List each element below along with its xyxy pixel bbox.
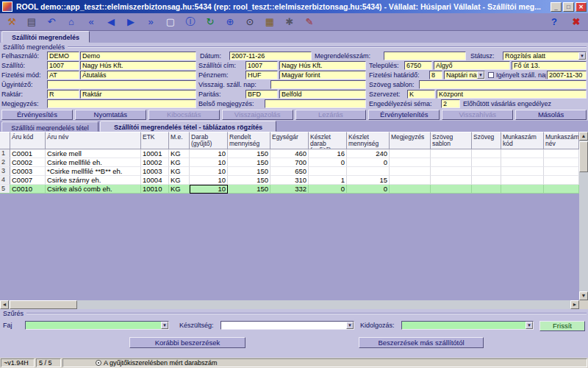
table-cell[interactable]: 150: [228, 185, 270, 194]
korabbi-beszerzesek-button[interactable]: Korábbi beszerzések: [129, 337, 245, 348]
scroll-left-icon[interactable]: ◄: [0, 300, 9, 309]
undo-icon[interactable]: ↶: [44, 15, 59, 29]
next-record-icon[interactable]: ▶: [123, 15, 138, 29]
horizontal-scrollbar[interactable]: ◄ ►: [0, 300, 579, 309]
table-cell[interactable]: [390, 158, 431, 167]
table-cell[interactable]: C0001: [10, 149, 46, 158]
ugyintezo-field[interactable]: [47, 80, 196, 89]
tab-tetel-tablazatos[interactable]: Szállítói megrendelés tétel - táblázatos…: [100, 121, 276, 132]
keszultseg-select[interactable]: ▼: [220, 321, 354, 330]
column-header[interactable]: Szöveg sablon: [431, 132, 472, 149]
table-cell[interactable]: 10: [190, 176, 228, 185]
table-cell[interactable]: KG: [169, 167, 190, 176]
table-cell[interactable]: KG: [169, 149, 190, 158]
kibocsatas-button[interactable]: Kibocsátás: [148, 110, 220, 120]
table-cell[interactable]: [472, 185, 501, 194]
megjegyzes-field[interactable]: [47, 99, 196, 108]
igenyelt-szall-nap-checkbox[interactable]: [488, 72, 494, 78]
table-cell[interactable]: C0003: [10, 167, 46, 176]
table-cell[interactable]: KG: [169, 158, 190, 167]
penznem-code-field[interactable]: HUF: [245, 71, 278, 79]
chevron-down-icon[interactable]: ▼: [578, 52, 586, 60]
column-header[interactable]: Készlet mennyiség: [347, 132, 390, 149]
maximize-button[interactable]: □: [563, 2, 574, 12]
table-cell[interactable]: 240: [347, 149, 390, 158]
column-header[interactable]: Munkaszám név: [544, 132, 579, 149]
table-cell[interactable]: [347, 167, 390, 176]
ervenytelenites-button[interactable]: Érvénytelenítés: [368, 110, 440, 120]
table-cell[interactable]: 0: [347, 158, 390, 167]
table-cell[interactable]: [431, 158, 472, 167]
first-record-icon[interactable]: «: [84, 15, 98, 29]
kidolgozas-select[interactable]: ▼: [401, 321, 534, 330]
table-cell[interactable]: [390, 185, 431, 194]
chevron-down-icon[interactable]: ▼: [477, 71, 484, 79]
table-cell[interactable]: 10002: [141, 158, 169, 167]
table-cell[interactable]: [544, 167, 579, 176]
table-cell[interactable]: [431, 167, 472, 176]
table-cell[interactable]: 10: [190, 167, 228, 176]
table-cell[interactable]: Csirke szárny eh.: [46, 176, 141, 185]
fizetesi-hatarido-unit-select[interactable]: Naptári nap ▼: [444, 71, 485, 79]
visszaigazolas-button[interactable]: Visszaigazolás: [222, 110, 293, 120]
table-cell[interactable]: [390, 167, 431, 176]
faj-select[interactable]: ▼: [25, 321, 169, 330]
fizetesi-mod-name-field[interactable]: Átutalás: [80, 71, 196, 79]
table-cell[interactable]: 0: [309, 158, 347, 167]
szallito-name-field[interactable]: Nagy Hús Kft.: [80, 61, 196, 70]
table-row[interactable]: 2C0002Csirke mellfilé eh.10002KG10150700…: [0, 158, 579, 167]
felhasznalo-name-field[interactable]: Demo: [80, 52, 196, 60]
column-header[interactable]: Megjegyzés: [390, 132, 431, 149]
table-cell[interactable]: [501, 185, 544, 194]
table-cell[interactable]: 16: [309, 149, 347, 158]
column-header[interactable]: Rendelt mennyiség: [228, 132, 270, 149]
vertical-scrollbar[interactable]: ▲ ▼: [579, 132, 588, 300]
table-cell[interactable]: [544, 185, 579, 194]
last-record-icon[interactable]: »: [143, 15, 158, 29]
table-cell[interactable]: [472, 176, 501, 185]
print-icon[interactable]: ▤: [24, 15, 39, 29]
table-cell[interactable]: KG: [169, 185, 190, 194]
masolas-button[interactable]: Másolás: [515, 110, 587, 120]
lezaras-button[interactable]: Lezárás: [295, 110, 367, 120]
ervenyesites-button[interactable]: Érvényesítés: [1, 110, 73, 120]
datum-field[interactable]: 2007-11-26: [229, 52, 312, 60]
table-cell[interactable]: [501, 176, 544, 185]
settings-icon[interactable]: ✱: [282, 15, 297, 29]
table-row[interactable]: 1C0001Csirke mell10001KG1015046016240: [0, 149, 579, 158]
table-cell[interactable]: [544, 149, 579, 158]
table-cell[interactable]: 1: [309, 176, 347, 185]
title-bar[interactable]: ROOL demo::app_teszt::elelmiszerbiztonsa…: [0, 0, 588, 13]
search-icon[interactable]: ⊙: [243, 15, 257, 29]
tools-icon[interactable]: ⚒: [4, 15, 19, 29]
table-cell[interactable]: 15: [347, 176, 390, 185]
table-cell[interactable]: Csirke alsó comb eh.: [46, 185, 141, 194]
edit-icon[interactable]: ✎: [302, 15, 317, 29]
telepules-zip-field[interactable]: 6750: [404, 61, 432, 70]
table-cell[interactable]: 150: [228, 167, 270, 176]
table-cell[interactable]: Csirke mell: [46, 149, 141, 158]
table-cell[interactable]: KG: [169, 176, 190, 185]
vscroll-thumb[interactable]: [579, 141, 588, 172]
chevron-down-icon[interactable]: ▼: [346, 322, 354, 329]
scroll-right-icon[interactable]: ►: [570, 300, 579, 309]
table-cell[interactable]: 310: [270, 176, 309, 185]
szoveg-sablon-field[interactable]: [419, 80, 587, 89]
table-cell[interactable]: [472, 149, 501, 158]
scroll-up-icon[interactable]: ▲: [579, 132, 588, 141]
table-cell[interactable]: [501, 149, 544, 158]
table-cell[interactable]: [390, 176, 431, 185]
table-cell[interactable]: [390, 149, 431, 158]
felhasznalo-code-field[interactable]: DEMO: [47, 52, 79, 60]
szervezet-name-field[interactable]: Központ: [437, 90, 587, 99]
table-cell[interactable]: 700: [270, 158, 309, 167]
paritas-name-field[interactable]: Belföld: [279, 90, 366, 99]
table-cell[interactable]: 10: [190, 158, 228, 167]
table-cell[interactable]: 10003: [141, 167, 169, 176]
column-header[interactable]: Munkaszám kód: [501, 132, 544, 149]
visszaig-szall-nap-field[interactable]: [270, 80, 366, 89]
table-cell[interactable]: 10: [190, 185, 228, 194]
table-cell[interactable]: [431, 149, 472, 158]
table-cell[interactable]: [544, 158, 579, 167]
telepules-city-field[interactable]: Algyő: [434, 61, 510, 70]
